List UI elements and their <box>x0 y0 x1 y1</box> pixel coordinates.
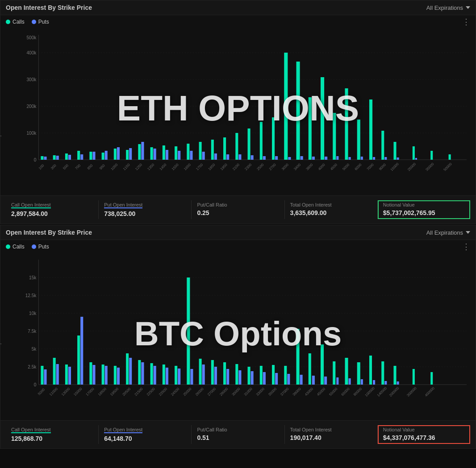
svg-text:37000: 37000 <box>280 387 290 397</box>
svg-text:25000: 25000 <box>182 387 192 397</box>
svg-rect-181 <box>384 381 387 385</box>
svg-text:2.5k: 2.5k <box>28 364 37 369</box>
btc-calls-dot <box>6 244 10 249</box>
svg-rect-155 <box>226 369 229 385</box>
svg-rect-22 <box>102 153 104 160</box>
btc-stats-bar: Call Open Interest 125,868.70 Put Open I… <box>0 420 476 448</box>
svg-text:15000: 15000 <box>73 387 83 397</box>
svg-rect-25 <box>117 147 120 160</box>
btc-call-oi-label: Call Open Interest <box>11 427 93 433</box>
eth-expiry-dropdown[interactable]: All Expirations <box>426 4 470 11</box>
svg-rect-28 <box>138 144 141 160</box>
svg-rect-157 <box>238 370 241 385</box>
svg-rect-149 <box>190 369 193 385</box>
svg-rect-170 <box>321 344 324 385</box>
svg-rect-67 <box>373 157 375 160</box>
btc-menu-dots[interactable]: ⋮ <box>462 243 470 251</box>
svg-rect-64 <box>357 120 360 160</box>
svg-text:1550: 1550 <box>171 162 180 171</box>
svg-text:200k: 200k <box>26 104 37 109</box>
svg-rect-45 <box>238 154 241 160</box>
svg-rect-34 <box>175 146 177 160</box>
eth-put-oi-value: 738,025.00 <box>104 210 186 217</box>
svg-text:6000: 6000 <box>354 162 362 171</box>
svg-text:13000: 13000 <box>61 387 71 397</box>
svg-rect-69 <box>384 157 387 160</box>
svg-text:17000: 17000 <box>85 387 96 397</box>
svg-rect-125 <box>44 369 46 385</box>
btc-chart-area: BTC Options Open Interest 0 2.5k 5k 7.5k… <box>0 251 476 420</box>
svg-rect-65 <box>361 157 363 160</box>
svg-rect-132 <box>89 362 92 385</box>
svg-rect-53 <box>288 157 291 160</box>
svg-rect-124 <box>41 366 43 385</box>
btc-put-call-stat: Put/Call Ratio 0.51 <box>192 425 284 444</box>
btc-chart-legend: Calls Puts <box>6 244 49 250</box>
btc-expiry-dropdown[interactable]: All Expirations <box>426 229 470 236</box>
svg-rect-160 <box>260 366 263 385</box>
svg-rect-54 <box>296 62 300 160</box>
btc-y-axis-label: Open Interest <box>0 319 1 348</box>
svg-rect-134 <box>102 364 104 385</box>
svg-rect-50 <box>272 117 275 160</box>
eth-total-oi-value: 3,635,609.00 <box>290 209 372 216</box>
eth-panel-header: Open Interest By Strike Price All Expira… <box>0 0 476 15</box>
svg-rect-176 <box>357 362 360 385</box>
svg-text:100k: 100k <box>26 131 37 136</box>
svg-rect-148 <box>187 277 190 385</box>
svg-text:18500: 18500 <box>97 387 108 397</box>
svg-rect-13 <box>44 157 46 160</box>
svg-text:30000: 30000 <box>231 387 241 397</box>
btc-call-oi-value: 125,868.70 <box>11 435 93 442</box>
svg-rect-180 <box>381 361 384 385</box>
svg-text:33000: 33000 <box>255 387 266 397</box>
svg-text:1050: 1050 <box>110 162 119 171</box>
svg-rect-143 <box>154 366 156 385</box>
svg-text:10k: 10k <box>29 311 37 316</box>
svg-rect-137 <box>117 368 120 385</box>
svg-rect-24 <box>114 149 117 160</box>
svg-rect-136 <box>114 366 117 385</box>
svg-text:100: 100 <box>38 163 45 170</box>
svg-rect-16 <box>65 153 68 160</box>
svg-rect-162 <box>272 365 275 385</box>
eth-call-oi-value: 2,897,584.00 <box>11 210 93 217</box>
svg-text:15k: 15k <box>29 275 37 280</box>
svg-rect-147 <box>178 369 180 385</box>
svg-rect-74 <box>430 151 433 160</box>
btc-total-oi-stat: Total Open Interest 190,017.40 <box>285 425 378 444</box>
svg-rect-139 <box>129 358 132 385</box>
svg-rect-153 <box>214 367 217 385</box>
chevron-down-icon <box>466 231 470 234</box>
svg-rect-70 <box>393 142 396 160</box>
svg-text:29000: 29000 <box>219 387 229 397</box>
btc-notional-value: $4,337,076,477.36 <box>383 434 465 441</box>
svg-rect-49 <box>263 156 266 160</box>
svg-rect-52 <box>284 53 288 160</box>
svg-text:5000: 5000 <box>342 162 350 171</box>
btc-put-oi-value: 64,148.70 <box>104 435 186 442</box>
calls-dot <box>6 20 10 24</box>
svg-text:1250: 1250 <box>134 162 143 171</box>
svg-rect-135 <box>105 366 108 385</box>
eth-stats-bar: Call Open Interest 2,897,584.00 Put Open… <box>0 195 476 224</box>
svg-text:1350: 1350 <box>146 162 155 171</box>
calls-legend: Calls <box>6 19 25 25</box>
svg-rect-142 <box>150 363 153 385</box>
eth-put-call-value: 0.25 <box>197 209 279 216</box>
svg-text:11000: 11000 <box>49 387 59 397</box>
svg-text:15000: 15000 <box>390 162 400 172</box>
eth-menu-dots[interactable]: ⋮ <box>462 18 470 26</box>
svg-text:20500: 20500 <box>121 387 132 397</box>
svg-rect-48 <box>260 122 263 160</box>
svg-text:19500: 19500 <box>109 387 120 397</box>
svg-rect-26 <box>126 150 129 160</box>
svg-text:140000: 140000 <box>376 386 388 398</box>
svg-rect-37 <box>190 151 192 160</box>
svg-text:35000: 35000 <box>425 162 435 172</box>
svg-text:2700: 2700 <box>268 162 277 171</box>
svg-rect-66 <box>369 99 372 160</box>
svg-rect-58 <box>321 77 324 160</box>
svg-rect-41 <box>214 153 217 160</box>
svg-text:39000: 39000 <box>292 387 302 397</box>
